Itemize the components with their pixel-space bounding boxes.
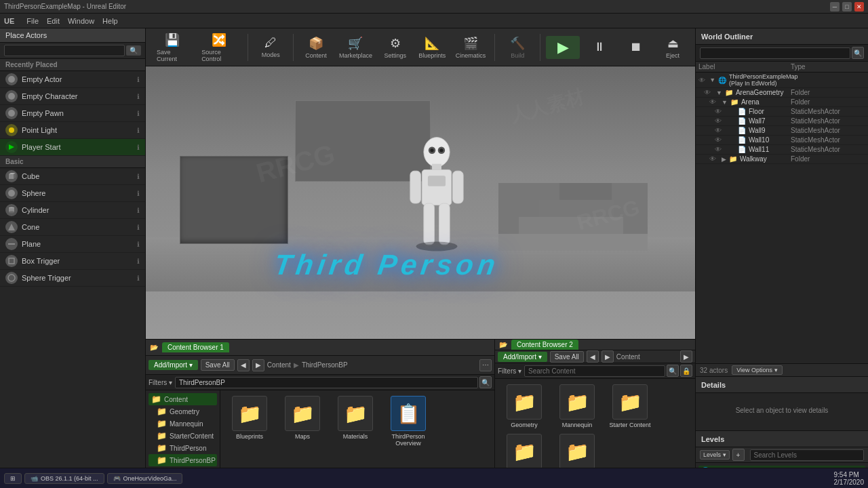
actor-item-box-trigger[interactable]: Box Trigger ℹ bbox=[0, 253, 145, 270]
actor-item-empty-character[interactable]: Empty Character ℹ bbox=[0, 88, 145, 105]
cb1-sidebar-startercontent[interactable]: 📁 StarterContent bbox=[149, 430, 217, 442]
actor-search-input[interactable] bbox=[4, 45, 125, 56]
cb2-breadcrumb-content[interactable]: Content bbox=[616, 353, 640, 361]
cb2-search-icon[interactable]: 🔍 bbox=[667, 365, 679, 377]
cb1-options-button[interactable]: ⋯ bbox=[479, 359, 492, 371]
play-button[interactable]: ▶ bbox=[546, 36, 580, 59]
outliner-item-wall9[interactable]: 👁 📄 Wall9 StaticMeshActor bbox=[696, 126, 868, 136]
outliner-search-input[interactable] bbox=[700, 47, 850, 59]
cb2-search-input[interactable] bbox=[524, 365, 665, 377]
levels-search-input[interactable] bbox=[750, 449, 864, 461]
cb1-back-button[interactable]: ◀ bbox=[237, 359, 250, 371]
cb2-options-button[interactable]: ▶ bbox=[680, 350, 692, 363]
cb2-tab[interactable]: Content Browser 2 bbox=[511, 340, 578, 350]
cb2-back-button[interactable]: ◀ bbox=[587, 350, 599, 363]
cb2-item-startercontent[interactable]: 📁 Starter Content bbox=[606, 384, 654, 428]
actor-item-plane[interactable]: Plane ℹ bbox=[0, 236, 145, 253]
cb1-save-all-button[interactable]: Save All bbox=[201, 359, 235, 371]
cb1-breadcrumb-thirdbp[interactable]: ThirdPersonBP bbox=[302, 361, 348, 369]
cb1-add-import-button[interactable]: Add/Import ▾ bbox=[149, 360, 198, 370]
outliner-item-wall11[interactable]: 👁 📄 Wall11 StaticMeshActor bbox=[696, 145, 868, 155]
menu-window[interactable]: Window bbox=[68, 17, 94, 25]
cb1-forward-button[interactable]: ▶ bbox=[252, 359, 264, 371]
build-button[interactable]: 🔨 Build bbox=[500, 33, 534, 62]
save-current-button[interactable]: 💾 Save Current bbox=[151, 30, 193, 65]
cb1-item-thirdperson-overview[interactable]: 📋 ThirdPerson Overview bbox=[384, 396, 432, 447]
cb1-content-area: 📁 Content 📁 Geometry 📁 Mannequin bbox=[146, 390, 494, 473]
cb2-item-mannequin[interactable]: 📁 Mannequin bbox=[553, 384, 601, 428]
outliner-item-wall10[interactable]: 👁 📄 Wall10 StaticMeshActor bbox=[696, 136, 868, 145]
outliner-type-floor: StaticMeshActor bbox=[791, 108, 865, 115]
cb1-search-icon[interactable]: 🔍 bbox=[479, 376, 492, 388]
actor-item-cube[interactable]: Cube ℹ bbox=[0, 168, 145, 185]
cb1-item-materials[interactable]: 📁 Materials bbox=[332, 396, 379, 447]
cb1-sidebar-geometry[interactable]: 📁 Geometry bbox=[149, 405, 217, 418]
actor-item-empty-actor[interactable]: Empty Actor ℹ bbox=[0, 71, 145, 88]
menu-file[interactable]: File bbox=[26, 17, 39, 25]
cb1-sidebar-mannequin[interactable]: 📁 Mannequin bbox=[149, 418, 217, 430]
actor-item-sphere-trigger[interactable]: Sphere Trigger ℹ bbox=[0, 270, 145, 287]
cb2-save-all-button[interactable]: Save All bbox=[550, 351, 584, 363]
actor-item-player-start[interactable]: Player Start ℹ bbox=[0, 139, 145, 156]
actor-item-empty-pawn[interactable]: Empty Pawn ℹ bbox=[0, 105, 145, 122]
outliner-view-options-button[interactable]: View Options ▾ bbox=[732, 365, 782, 375]
outliner-item-walkway[interactable]: 👁 ▶ 📁 Walkway Folder bbox=[696, 155, 868, 164]
expand-arena[interactable]: ▼ bbox=[722, 99, 728, 106]
cb1-item-maps[interactable]: 📁 Maps bbox=[279, 396, 326, 447]
expand-areageometry[interactable]: ▼ bbox=[716, 89, 722, 96]
levels-dropdown-button[interactable]: Levels ▾ bbox=[700, 450, 730, 460]
stop-button[interactable]: ⏹ bbox=[619, 37, 653, 57]
outliner-item-floor[interactable]: 👁 📄 Floor StaticMeshActor bbox=[696, 107, 868, 117]
maximize-button[interactable]: □ bbox=[842, 2, 852, 12]
close-button[interactable]: ✕ bbox=[854, 2, 864, 12]
outliner-item-areageometry[interactable]: 👁 ▼ 📁 ArenaGeometry Folder bbox=[696, 88, 868, 98]
svg-point-11 bbox=[9, 211, 14, 214]
cb2-forward-button[interactable]: ▶ bbox=[601, 350, 614, 363]
minimize-button[interactable]: ─ bbox=[830, 2, 840, 12]
cb1-search-input[interactable] bbox=[175, 377, 478, 388]
outliner-search-button[interactable]: 🔍 bbox=[852, 47, 864, 59]
cb1-sidebar-thirdperson[interactable]: 📁 ThirdPerson bbox=[149, 442, 217, 454]
cb1-sidebar-thirdpersonbp[interactable]: 📁 ThirdPersonBP bbox=[149, 454, 217, 466]
levels-add-button[interactable]: + bbox=[732, 449, 745, 461]
actor-item-cone[interactable]: Cone ℹ bbox=[0, 219, 145, 236]
taskbar-ue-button[interactable]: 🎮 OneHourVideoGa... bbox=[107, 473, 183, 484]
actor-item-point-light[interactable]: Point Light ℹ bbox=[0, 122, 145, 139]
cb1-sidebar-content[interactable]: 📁 Content bbox=[149, 393, 217, 405]
cb1-breadcrumb-content[interactable]: Content bbox=[267, 361, 291, 369]
cb1-filter-button[interactable]: Filters ▾ bbox=[149, 379, 172, 386]
modes-button[interactable]: 🖊 Modes bbox=[254, 33, 288, 61]
cb2-item-geometry[interactable]: 📁 Geometry bbox=[500, 384, 548, 428]
cb1-tab[interactable]: Content Browser 1 bbox=[162, 342, 229, 352]
actor-item-cylinder[interactable]: Cylinder ℹ bbox=[0, 202, 145, 219]
outliner-footer: 32 actors View Options ▾ bbox=[696, 363, 868, 376]
cinematics-button[interactable]: 🎬 Cinematics bbox=[452, 33, 490, 62]
outliner-item-world[interactable]: 👁 ▼ 🌐 ThirdPersonExampleMap (Play In EdW… bbox=[696, 73, 868, 88]
actor-info-empty-character: ℹ bbox=[137, 93, 140, 100]
cb1-item-blueprints[interactable]: 📁 Blueprints bbox=[226, 396, 273, 447]
marketplace-button[interactable]: 🛒 Marketplace bbox=[336, 33, 376, 62]
blueprints-button[interactable]: 📐 Blueprints bbox=[415, 33, 450, 62]
viewport[interactable]: Third Person RRCG RRCG 人人素材 bbox=[146, 66, 695, 339]
cb2-header: 📂 Content Browser 2 bbox=[495, 340, 695, 350]
outliner-item-wall7[interactable]: 👁 📄 Wall7 StaticMeshActor bbox=[696, 117, 868, 126]
eye-icon-wall11: 👁 bbox=[715, 146, 724, 153]
taskbar-obs-button[interactable]: 📹 OBS 26.1.1 (64-bit ... bbox=[24, 473, 104, 484]
eject-button[interactable]: ⏏ Eject bbox=[656, 33, 690, 62]
expand-walkway[interactable]: ▶ bbox=[722, 156, 726, 163]
menu-edit[interactable]: Edit bbox=[47, 17, 60, 25]
settings-button[interactable]: ⚙ Settings bbox=[378, 33, 412, 62]
cb2-add-import-button[interactable]: Add/Import ▾ bbox=[498, 352, 547, 362]
source-control-button[interactable]: 🔀 Source Control bbox=[196, 30, 242, 65]
actor-label-plane: Plane bbox=[22, 240, 133, 248]
actor-search-button[interactable]: 🔍 bbox=[126, 45, 141, 56]
outliner-item-arena[interactable]: 👁 ▼ 📁 Arena Folder bbox=[696, 98, 868, 107]
actor-item-sphere[interactable]: Sphere ℹ bbox=[0, 185, 145, 202]
content-button[interactable]: 📦 Content bbox=[299, 33, 333, 62]
menu-help[interactable]: Help bbox=[102, 17, 118, 25]
cb2-filter-button[interactable]: Filters ▾ bbox=[498, 367, 521, 375]
taskbar-start-button[interactable]: ⊞ bbox=[4, 473, 22, 484]
expand-world[interactable]: ▼ bbox=[709, 77, 715, 83]
cb2-lock-button[interactable]: 🔒 bbox=[680, 365, 692, 377]
pause-button[interactable]: ⏸ bbox=[583, 37, 616, 57]
